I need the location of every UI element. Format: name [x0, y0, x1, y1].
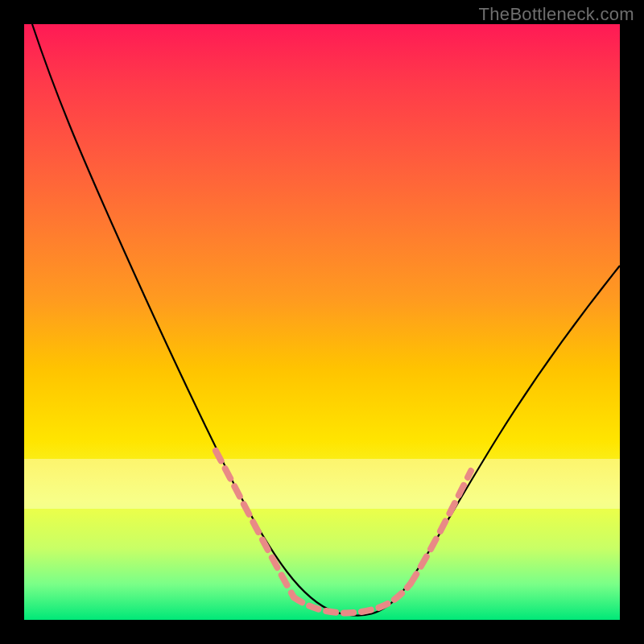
plot-area	[24, 24, 620, 620]
curve-svg	[24, 24, 620, 620]
left-slope-highlight	[216, 451, 294, 597]
bottleneck-curve	[32, 24, 620, 616]
right-slope-highlight	[411, 471, 471, 584]
watermark: TheBottleneck.com	[479, 4, 634, 25]
chart-frame: TheBottleneck.com	[0, 0, 644, 644]
